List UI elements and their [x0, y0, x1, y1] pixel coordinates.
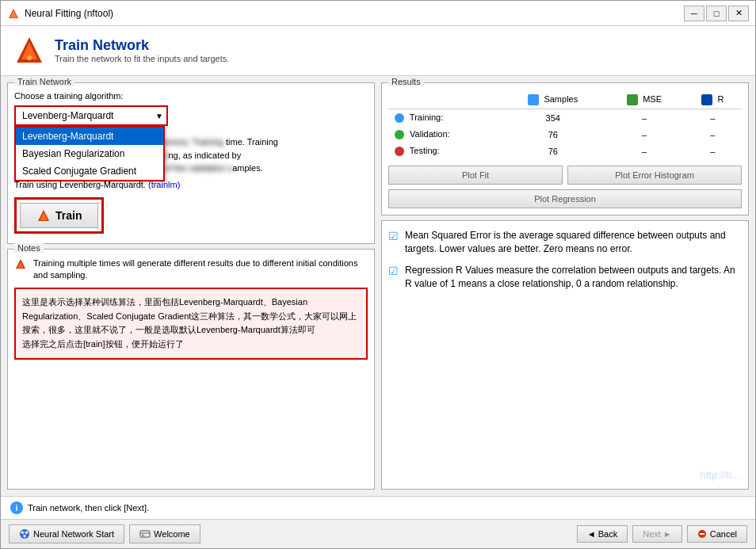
note-item-1: Training multiple times will generate di… [14, 257, 368, 282]
dropdown-item-br[interactable]: Bayesian Regularization [16, 145, 163, 162]
plot-buttons: Plot Fit Plot Error Histogram Plot Regre… [388, 166, 742, 208]
main-content: Train Network Choose a training algorith… [1, 76, 755, 496]
header-icon [13, 34, 45, 66]
training-r: – [684, 109, 742, 127]
desc-part2: time. Training [223, 137, 278, 147]
neural-network-start-button[interactable]: Neural Network Start [9, 524, 124, 543]
table-row-testing: Testing: 76 – – [388, 143, 742, 159]
training-color-icon [395, 113, 404, 123]
train-button-icon [36, 208, 51, 223]
col-header-mse: MSE [605, 91, 684, 109]
cancel-icon [697, 529, 707, 539]
status-bar: i Train network, then click [Next]. [1, 496, 755, 519]
notes-label: Notes [14, 243, 44, 253]
plot-regression-button[interactable]: Plot Regression [388, 189, 742, 208]
mse-check-icon: ☑ [388, 229, 399, 256]
notes-section: Notes Training multiple times will gener… [7, 249, 375, 490]
col-header-empty [388, 91, 501, 109]
r-check-icon: ☑ [388, 264, 399, 291]
plot-fit-button[interactable]: Plot Fit [388, 166, 563, 185]
annotation-box: 这里是表示选择某种训练算法，里面包括Levenberg-Marquardt、Ba… [14, 288, 368, 359]
neural-network-start-label: Neural Network Start [33, 529, 114, 539]
back-button[interactable]: ◄ Back [577, 525, 628, 543]
validation-color-icon [395, 130, 404, 139]
header-title: Train Network [55, 37, 229, 54]
row-label-validation: Validation: [388, 126, 501, 143]
r-note-text: Regression R Values measure the correlat… [405, 264, 742, 291]
validation-r: – [684, 126, 742, 143]
dropdown-item-lm[interactable]: Levenberg-Marquardt [16, 128, 163, 145]
validation-mse: – [605, 126, 684, 143]
left-panel: Train Network Choose a training algorith… [7, 82, 375, 490]
algorithm-select[interactable]: Levenberg-Marquardt Bayesian Regularizat… [16, 107, 166, 124]
validation-samples: 76 [501, 126, 605, 143]
train-button-container: Train [14, 197, 104, 234]
table-row-training: Training: 354 – – [388, 109, 742, 127]
right-notes-section: ☑ Mean Squared Error is the average squa… [381, 220, 749, 490]
title-bar: Neural Fitting (nftool) ─ □ ✕ [1, 1, 755, 26]
training-mse: – [605, 109, 684, 127]
testing-samples: 76 [501, 143, 605, 159]
testing-mse: – [605, 143, 684, 159]
results-label: Results [388, 77, 424, 86]
title-bar-controls: ─ □ ✕ [684, 6, 749, 21]
maximize-button[interactable]: □ [706, 6, 727, 21]
row-label-testing: Testing: [388, 143, 501, 159]
header: Train Network Train the network to fit t… [1, 26, 755, 76]
svg-point-4 [27, 55, 32, 60]
train-network-label: Train Network [14, 77, 74, 86]
testing-r: – [684, 143, 742, 159]
desc-part6: amples. [232, 163, 263, 173]
desc-part4: ng, as indicated by [168, 151, 241, 160]
neural-network-start-icon [19, 528, 30, 539]
table-row-validation: Validation: 76 – – [388, 126, 742, 143]
col-header-samples: Samples [501, 91, 605, 109]
mse-icon [627, 94, 638, 105]
header-text: Train Network Train the network to fit t… [55, 37, 229, 63]
row-label-training: Training: [388, 109, 501, 127]
svg-rect-16 [140, 531, 150, 537]
cancel-button[interactable]: Cancel [687, 525, 747, 543]
app-icon [7, 7, 20, 20]
train-button-label: Train [55, 209, 82, 222]
plot-error-histogram-button[interactable]: Plot Error Histogram [567, 166, 742, 185]
algorithm-dropdown-container: Levenberg-Marquardt Bayesian Regularizat… [14, 105, 168, 126]
mse-note-text: Mean Squared Error is the average square… [405, 229, 742, 256]
r-icon [701, 94, 712, 105]
watermark: http://b... [700, 469, 740, 481]
plot-row-1: Plot Fit Plot Error Histogram [388, 166, 742, 185]
dropdown-item-scg[interactable]: Scaled Conjugate Gradient [16, 162, 163, 180]
algorithm-dropdown-menu: Levenberg-Marquardt Bayesian Regularizat… [14, 126, 165, 181]
results-table: Samples MSE R [388, 91, 742, 159]
note-icon-1 [14, 257, 27, 282]
welcome-button[interactable]: Welcome [129, 524, 200, 543]
close-button[interactable]: ✕ [728, 6, 749, 21]
samples-icon [528, 94, 539, 105]
right-note-mse: ☑ Mean Squared Error is the average squa… [388, 229, 742, 256]
welcome-label: Welcome [154, 529, 190, 539]
next-label: Next ► [643, 529, 672, 539]
back-label: ◄ Back [587, 529, 617, 539]
welcome-icon [139, 528, 151, 539]
train-button[interactable]: Train [20, 203, 98, 228]
col-header-r: R [684, 91, 742, 109]
minimize-button[interactable]: ─ [684, 6, 704, 21]
train-network-section: Train Network Choose a training algorith… [7, 82, 375, 244]
header-subtitle: Train the network to fit the inputs and … [55, 54, 229, 63]
title-bar-text: Neural Fitting (nftool) [25, 8, 684, 19]
bottom-nav: Neural Network Start Welcome ◄ Back Next… [1, 519, 755, 548]
training-samples: 354 [501, 109, 605, 127]
right-panel: Results Samples MSE [381, 82, 749, 490]
plot-row-2: Plot Regression [388, 189, 742, 208]
main-window: Neural Fitting (nftool) ─ □ ✕ Train Netw… [0, 0, 756, 549]
testing-color-icon [395, 147, 404, 156]
results-section: Results Samples MSE [381, 82, 749, 215]
note-text-1: Training multiple times will generate di… [33, 257, 368, 282]
choose-label: Choose a training algorithm: [14, 91, 368, 101]
right-note-r: ☑ Regression R Values measure the correl… [388, 264, 742, 291]
cancel-label: Cancel [710, 529, 737, 539]
next-button[interactable]: Next ► [632, 525, 682, 543]
status-message: Train network, then click [Next]. [28, 503, 149, 513]
annotation-text: 这里是表示选择某种训练算法，里面包括Levenberg-Marquardt、Ba… [22, 297, 357, 349]
status-icon: i [10, 501, 23, 514]
